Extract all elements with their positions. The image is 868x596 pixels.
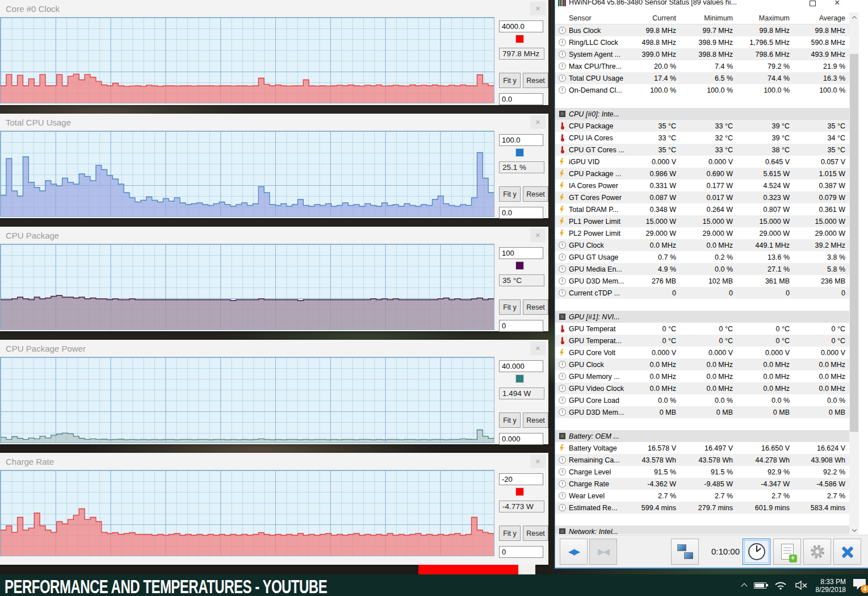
column-header-maximum[interactable]: Maximum bbox=[737, 14, 794, 22]
sensor-row[interactable]: Remaining Ca...43.578 Wh43.578 Wh44.278 … bbox=[555, 454, 849, 466]
series-color-swatch[interactable] bbox=[515, 148, 524, 157]
axis-min-input[interactable] bbox=[499, 433, 543, 445]
fit-y-button[interactable]: Fit y bbox=[499, 186, 521, 202]
scroll-up-icon[interactable] bbox=[849, 12, 859, 22]
bolt-icon bbox=[559, 230, 565, 237]
sensor-row[interactable]: GPU Video Clock0.0 MHz0.0 MHz0.0 MHz0.0 … bbox=[555, 382, 849, 394]
sensor-row[interactable]: CPU IA Cores33 °C32 °C39 °C34 °C bbox=[555, 132, 849, 144]
sensor-group-row[interactable]: CPU [#0]: Inte... bbox=[555, 108, 849, 120]
sensor-row[interactable]: Total DRAM P...0.348 W0.264 W0.807 W0.36… bbox=[555, 203, 849, 215]
sensor-row[interactable]: On-Demand Cl...100.0 %100.0 %100.0 %100.… bbox=[555, 84, 849, 96]
column-header-sensor[interactable]: Sensor bbox=[569, 14, 628, 22]
maximize-icon[interactable] bbox=[810, 1, 816, 6]
speaker-muted-icon[interactable] bbox=[795, 580, 808, 590]
axis-max-input[interactable] bbox=[499, 473, 543, 485]
sensor-row[interactable]: Bus Clock99.8 MHz99.7 MHz99.8 MHz99.8 MH… bbox=[555, 24, 849, 36]
sensor-row[interactable]: GPU Temperat0 °C0 °C0 °C0 °C bbox=[555, 323, 849, 335]
action-center-icon[interactable]: 4 bbox=[853, 579, 867, 591]
clock-button[interactable] bbox=[743, 539, 770, 565]
axis-max-input[interactable] bbox=[499, 134, 543, 146]
sensor-value: 20.0 % bbox=[628, 62, 680, 70]
fit-y-button[interactable]: Fit y bbox=[499, 299, 521, 315]
reset-button[interactable]: Reset bbox=[523, 526, 548, 541]
reset-button[interactable]: Reset bbox=[523, 412, 548, 428]
series-color-swatch[interactable] bbox=[515, 261, 524, 270]
sensor-value: 0.331 W bbox=[628, 182, 680, 190]
column-header-average[interactable]: Average bbox=[794, 14, 849, 22]
sensor-row[interactable]: GPU GT Usage0.7 %0.2 %13.6 %3.8 % bbox=[555, 251, 849, 263]
axis-min-input[interactable] bbox=[499, 320, 543, 332]
report-button[interactable]: + bbox=[773, 539, 801, 565]
window-titlebar[interactable]: HWiNFO64 v5.86-3480 Sensor Status [89 va… bbox=[555, 0, 868, 7]
series-color-swatch[interactable] bbox=[515, 35, 524, 43]
sensor-row[interactable]: Current cTDP ...0000 bbox=[555, 287, 849, 299]
sensor-value: 0.387 W bbox=[794, 182, 849, 190]
sensor-row[interactable]: GPU Temperat...0 °C0 °C0 °C0 °C bbox=[555, 335, 849, 347]
tray-expand-icon[interactable] bbox=[741, 583, 747, 589]
sensor-row[interactable]: Estimated Re...599.4 mins279.7 mins601.9… bbox=[555, 502, 849, 514]
sensor-row[interactable]: iGPU VID0.000 V0.000 V0.645 V0.057 V bbox=[555, 156, 849, 168]
reset-button[interactable]: Reset bbox=[523, 73, 548, 88]
series-color-swatch[interactable] bbox=[515, 374, 524, 383]
sensor-row[interactable]: Max CPU/Thre...20.0 %7.4 %79.2 %21.9 % bbox=[555, 60, 849, 72]
sensor-row[interactable]: PL1 Power Limit15.000 W15.000 W15.000 W1… bbox=[555, 215, 849, 227]
sensor-row[interactable]: Wear Level2.7 %2.7 %2.7 %2.7 % bbox=[555, 490, 849, 502]
sensor-row[interactable]: IA Cores Power0.331 W0.177 W4.524 W0.387… bbox=[555, 180, 849, 191]
axis-min-input[interactable] bbox=[499, 207, 543, 219]
sensor-group-row[interactable]: Battery: OEM ... bbox=[555, 430, 849, 442]
column-header-current[interactable]: Current bbox=[628, 14, 680, 22]
sensor-row[interactable]: CPU GT Cores ...35 °C33 °C38 °C35 °C bbox=[555, 144, 849, 156]
axis-max-input[interactable] bbox=[499, 20, 543, 32]
sensor-row[interactable]: GPU Clock0.0 MHz0.0 MHz449.1 MHz39.2 MHz bbox=[555, 239, 849, 251]
axis-min-input[interactable] bbox=[499, 546, 543, 558]
sensor-row[interactable]: GPU D3D Mem...276 MB102 MB361 MB236 MB bbox=[555, 275, 849, 287]
scrollbar-thumb[interactable] bbox=[850, 54, 858, 432]
chart-core0-clock bbox=[0, 17, 494, 103]
axis-min-input[interactable] bbox=[499, 93, 543, 105]
navigate-values-button[interactable]: ◀▶ bbox=[560, 539, 588, 565]
settings-button[interactable] bbox=[803, 539, 831, 565]
reset-button[interactable]: Reset bbox=[523, 186, 548, 202]
sensor-row[interactable]: GT Cores Power0.087 W0.017 W0.323 W0.079… bbox=[555, 191, 849, 203]
sensor-row[interactable]: CPU Package35 °C33 °C39 °C35 °C bbox=[555, 120, 849, 132]
fit-y-button[interactable]: Fit y bbox=[499, 73, 521, 88]
sensor-row[interactable]: System Agent ...399.0 MHz398.8 MHz798.6 … bbox=[555, 48, 849, 60]
sensor-row[interactable]: Charge Level91.5 %91.5 %92.9 %92.2 % bbox=[555, 466, 849, 478]
sensor-value: 0.0 % bbox=[737, 397, 794, 405]
close-icon[interactable] bbox=[835, 0, 840, 7]
sensor-value: 0.0 MHz bbox=[628, 373, 680, 381]
system-tray: 8:33 PM 8/29/2018 4 bbox=[742, 574, 867, 596]
column-header-minimum[interactable]: Minimum bbox=[680, 14, 737, 22]
sensor-row[interactable]: Total CPU Usage17.4 %6.5 %74.4 %16.3 % bbox=[555, 72, 849, 84]
sensor-row[interactable]: Charge Rate-4.362 W-9.485 W-4.347 W-4.58… bbox=[555, 478, 849, 490]
sensor-row[interactable]: CPU Package ...0.986 W0.690 W5.615 W1.01… bbox=[555, 168, 849, 180]
sensor-row[interactable]: GPU D3D Mem...0 MB0 MB0 MB0 MB bbox=[555, 406, 849, 418]
sensor-group-row[interactable]: Network: Intel... bbox=[555, 526, 849, 534]
sensor-row[interactable]: GPU Core Volt0.000 V0.000 V0.000 V0.000 … bbox=[555, 347, 849, 359]
sensor-row[interactable]: PL2 Power Limit29.000 W29.000 W29.000 W2… bbox=[555, 227, 849, 239]
sensor-row[interactable]: GPU Core Load0.0 %0.0 %0.0 %0.0 % bbox=[555, 394, 849, 406]
fit-y-button[interactable]: Fit y bbox=[499, 412, 521, 428]
axis-max-input[interactable] bbox=[499, 360, 543, 372]
remote-monitoring-button[interactable] bbox=[671, 539, 699, 565]
scroll-down-icon[interactable] bbox=[849, 524, 859, 534]
sensor-row[interactable]: GPU Media En...4.9 %0.0 %27.1 %5.8 % bbox=[555, 263, 849, 275]
sensor-row[interactable]: Battery Voltage16.578 V16.497 V16.650 V1… bbox=[555, 442, 849, 454]
sensor-group-row[interactable]: GPU [#1]: NVI... bbox=[555, 311, 849, 323]
series-color-swatch[interactable] bbox=[515, 487, 524, 496]
taskbar-clock[interactable]: 8:33 PM 8/29/2018 bbox=[816, 577, 846, 594]
sensor-value: 35 °C bbox=[794, 122, 849, 130]
sensor-row[interactable]: GPU Memory ...0.0 MHz0.0 MHz0.0 MHz0.0 M… bbox=[555, 370, 849, 382]
sensor-value: 13.6 % bbox=[737, 253, 794, 261]
wifi-icon[interactable] bbox=[774, 580, 787, 590]
close-sensors-button[interactable] bbox=[833, 539, 861, 565]
reset-button[interactable]: Reset bbox=[523, 299, 548, 315]
sensor-row[interactable]: GPU Clock0.0 MHz0.0 MHz0.0 MHz0.0 MHz bbox=[555, 359, 849, 370]
fit-y-button[interactable]: Fit y bbox=[499, 526, 521, 541]
collapse-values-button[interactable]: ▶◀ bbox=[589, 539, 617, 565]
axis-max-input[interactable] bbox=[499, 247, 543, 259]
battery-icon[interactable] bbox=[754, 582, 766, 589]
sensor-row[interactable]: Ring/LLC Clock498.8 MHz398.9 MHz1,796.5 … bbox=[555, 36, 849, 48]
sensor-table-header[interactable]: Sensor Current Minimum Maximum Average bbox=[555, 12, 849, 24]
vertical-scrollbar[interactable] bbox=[849, 12, 859, 534]
